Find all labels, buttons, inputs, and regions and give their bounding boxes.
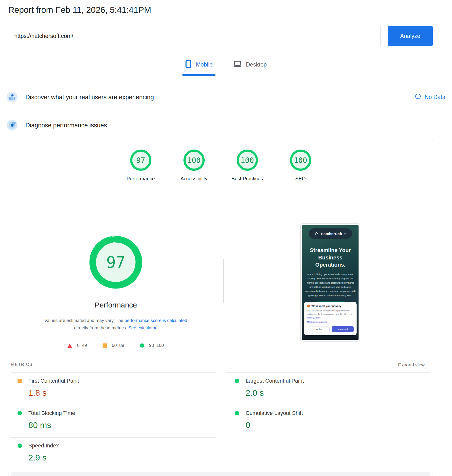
legend-range: 50–89 <box>112 343 124 348</box>
site-screenshot-thumbnail[interactable]: HatcherSoft Streamline Your Business Ope… <box>300 223 360 341</box>
see-calculator-link[interactable]: See calculator. <box>128 325 157 330</box>
metric-divider <box>11 437 216 438</box>
discover-section-header: Discover what your real users are experi… <box>7 90 445 104</box>
desktop-laptop-icon <box>233 61 242 68</box>
metric-divider <box>11 372 216 373</box>
good-circle-icon <box>18 411 22 415</box>
good-circle-icon <box>235 411 239 415</box>
mobile-phone-icon <box>185 60 192 69</box>
metric-first-contentful-paint: First Contentful Paint 1.8 s <box>18 378 79 398</box>
score-ring: 100 <box>236 149 258 171</box>
tab-desktop[interactable]: Desktop <box>230 60 270 76</box>
performance-gauge-label: Performance <box>8 301 223 309</box>
score-label: Performance <box>127 176 155 182</box>
metric-label: Largest Contentful Paint <box>246 378 304 384</box>
privacy-policy-link: Privacy Policy <box>307 316 320 319</box>
info-alert-icon <box>415 93 421 101</box>
score-accessibility[interactable]: 100 Accessibility <box>178 149 210 182</box>
score-calculation-link[interactable]: performance score is calculated <box>125 318 187 323</box>
metric-label: Total Blocking Time <box>28 410 75 416</box>
site-preview: HatcherSoft Streamline Your Business Ope… <box>302 225 359 340</box>
metric-value: 80 ms <box>28 420 75 430</box>
diagnose-section-title: Diagnose performance issues <box>25 122 107 129</box>
no-data-link[interactable]: No Data <box>415 93 445 101</box>
legend-range: 90–100 <box>149 343 164 348</box>
metric-label: Speed Index <box>28 442 59 449</box>
average-square-icon <box>103 343 107 348</box>
score-label: SEO <box>295 176 306 182</box>
analyze-button[interactable]: Analyze <box>388 26 433 46</box>
no-data-label: No Data <box>425 94 445 101</box>
preview-body-text: Are you hitting operational walls that p… <box>302 272 359 298</box>
good-circle-icon <box>235 379 239 383</box>
score-ring: 100 <box>290 149 311 171</box>
url-input[interactable] <box>8 26 381 46</box>
cookie-body-text: . <box>320 316 321 319</box>
cookie-icon <box>307 305 310 307</box>
menu-icon <box>344 233 346 235</box>
pagespeed-report-page: Report from Feb 11, 2026, 5:41:41PM Anal… <box>0 0 452 476</box>
metric-total-blocking-time: Total Blocking Time 80 ms <box>18 410 75 430</box>
metric-value: 2.9 s <box>28 453 59 462</box>
preview-brand: HatcherSoft <box>321 232 342 236</box>
score-seo[interactable]: 100 SEO <box>285 149 317 182</box>
metric-divider <box>226 405 430 405</box>
cookie-dialog-body: We use cookies to analyze site performan… <box>307 309 354 319</box>
collapsed-section-bar[interactable] <box>11 472 430 476</box>
metric-speed-index: Speed Index 2.9 s <box>18 442 59 462</box>
metric-value: 1.8 s <box>28 388 79 398</box>
score-ring: 97 <box>130 149 152 171</box>
disclaimer-text: Values are estimated and may vary. The <box>44 318 125 323</box>
score-value: 97 <box>130 149 152 171</box>
score-value: 100 <box>236 149 258 171</box>
discover-section-title: Discover what your real users are experi… <box>25 94 154 101</box>
performance-gauge: 97 <box>8 236 223 289</box>
cookie-body-text: We use cookies to analyze site performan… <box>307 309 352 315</box>
score-legend: 0–49 50–89 90–100 <box>8 343 223 348</box>
metric-largest-contentful-paint: Largest Contentful Paint 2.0 s <box>235 378 304 398</box>
mountain-logo-icon <box>314 231 319 236</box>
preview-heading: Streamline Your Business Operations. <box>302 247 359 269</box>
tab-mobile[interactable]: Mobile <box>182 60 216 76</box>
legend-good: 90–100 <box>140 343 164 348</box>
good-circle-icon <box>140 343 144 348</box>
category-scores-row: 97 Performance 100 Accessibility 100 Bes… <box>8 149 433 182</box>
manage-preferences-link: Manage preferences <box>307 321 327 323</box>
score-performance[interactable]: 97 Performance <box>125 149 157 182</box>
score-label: Accessibility <box>181 176 207 182</box>
score-label: Best Practices <box>232 176 263 182</box>
device-tabs: Mobile Desktop <box>0 60 452 76</box>
legend-range: 0–49 <box>77 343 87 348</box>
lighthouse-report-card: 97 Performance 100 Accessibility 100 Bes… <box>8 139 433 476</box>
tab-desktop-label: Desktop <box>246 61 267 68</box>
score-ring: 100 <box>183 149 205 171</box>
metric-value: 2.0 s <box>246 388 304 398</box>
column-divider <box>223 259 224 303</box>
tab-mobile-label: Mobile <box>196 61 213 68</box>
metrics-section-heading: METRICS <box>11 362 33 367</box>
preview-decline-button: Decline <box>307 326 330 332</box>
metric-label: Cumulative Layout Shift <box>246 410 303 416</box>
diagnose-section-header: Diagnose performance issues <box>7 118 445 132</box>
score-value: 100 <box>290 149 311 171</box>
metric-value: 0 <box>246 420 303 430</box>
legend-fail: 0–49 <box>68 343 87 348</box>
page-title: Report from Feb 11, 2026, 5:41:41PM <box>8 5 151 15</box>
expand-view-toggle[interactable]: Expand view <box>398 362 425 368</box>
good-circle-icon <box>18 443 22 448</box>
metric-divider <box>11 405 216 405</box>
diagnose-compass-icon <box>7 120 18 131</box>
metric-label: First Contentful Paint <box>28 378 79 384</box>
performance-gauge-value: 97 <box>89 236 142 289</box>
card-divider <box>8 191 433 191</box>
metric-cumulative-layout-shift: Cumulative Layout Shift 0 <box>235 410 303 430</box>
preview-cookie-dialog: We respect your privacy We use cookies t… <box>304 302 357 335</box>
preview-navbar: HatcherSoft <box>309 228 352 239</box>
score-value: 100 <box>183 149 205 171</box>
metric-divider <box>226 372 430 373</box>
score-best-practices[interactable]: 100 Best Practices <box>231 149 263 182</box>
active-tab-indicator <box>182 74 216 76</box>
average-square-icon <box>18 379 22 383</box>
legend-average: 50–89 <box>103 343 124 348</box>
score-disclaimer: Values are estimated and may vary. The p… <box>8 317 223 332</box>
